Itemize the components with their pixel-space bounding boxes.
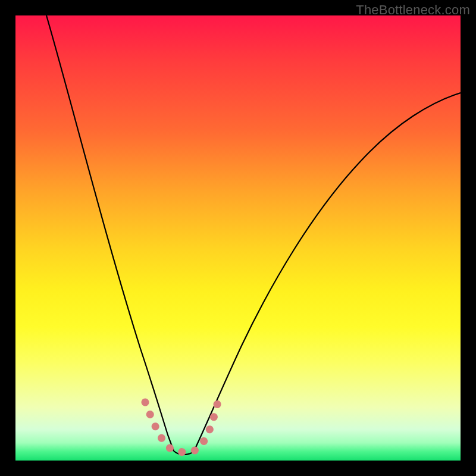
curve-right: [194, 93, 461, 451]
watermark-text: TheBottleneck.com: [356, 2, 470, 18]
valley-marker: [145, 402, 218, 452]
chart-svg: [15, 15, 461, 461]
plot-area: [15, 15, 461, 461]
curve-left: [46, 15, 174, 451]
